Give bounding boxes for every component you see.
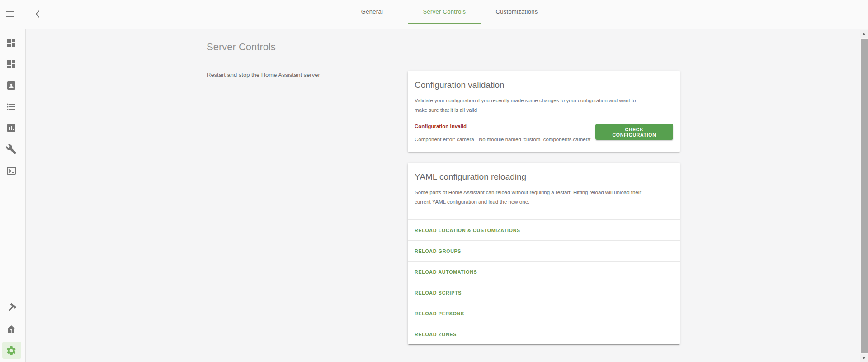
reload-row[interactable]: RELOAD ZONES [408,324,680,344]
arrow-left-icon [33,9,44,19]
hammer-icon [6,303,17,314]
yaml-reloading-card: YAML configuration reloading Some parts … [408,163,680,344]
sidebar-item-builder[interactable] [6,303,17,314]
terminal-icon [6,165,17,176]
reload-automations-button[interactable]: RELOAD AUTOMATIONS [415,269,477,275]
sidebar-item-terminal[interactable] [6,165,17,176]
reload-row[interactable]: RELOAD SCRIPTS [408,282,680,303]
tab-server-controls[interactable]: Server Controls [408,0,481,24]
reload-scripts-button[interactable]: RELOAD SCRIPTS [415,290,462,295]
config-section: Server Controls Restart and stop the Hom… [207,29,680,344]
chart-box-icon [6,123,17,133]
tab-general[interactable]: General [336,0,408,24]
sidebar-nav [0,29,26,362]
card-title: YAML configuration reloading [415,171,673,182]
validation-status-column: Configuration invalid Component error: c… [415,122,595,144]
card-description: Validate your configuration if you recen… [415,96,645,115]
app-header: General Server Controls Customizations [0,0,868,29]
scrollbar[interactable] [860,29,868,362]
reload-row[interactable]: RELOAD PERSONS [408,303,680,324]
page-title: Server Controls [207,41,680,53]
card-description: Some parts of Home Assistant can reload … [415,188,645,207]
reload-row[interactable]: RELOAD AUTOMATIONS [408,261,680,282]
dashboard-icon [6,38,17,48]
sidebar-item-map[interactable] [6,80,17,91]
tab-customizations[interactable]: Customizations [481,0,553,24]
reload-persons-button[interactable]: RELOAD PERSONS [415,311,464,316]
cards-column: Configuration validation Validate your c… [408,71,680,344]
scrollbar-down-arrow[interactable] [860,354,868,362]
back-button[interactable] [33,9,44,19]
dashboard-alt-icon [6,59,17,70]
reload-zones-button[interactable]: RELOAD ZONES [415,332,457,337]
section-intro-text: Restart and stop the Home Assistant serv… [207,71,390,79]
config-invalid-status: Configuration invalid [415,122,595,130]
check-configuration-button[interactable]: CHECK CONFIGURATION [595,124,673,140]
scrollbar-thumb[interactable] [861,39,868,353]
account-box-icon [6,80,17,91]
server-controls-section: Restart and stop the Home Assistant serv… [207,71,680,344]
hamburger-icon [5,9,15,19]
scrollbar-up-arrow[interactable] [860,30,868,38]
home-assistant-icon [6,324,17,335]
header-divider [26,0,26,29]
sidebar-item-history[interactable] [6,123,17,133]
configuration-validation-card: Configuration validation Validate your c… [408,71,680,152]
card-title: Configuration validation [415,80,673,90]
reload-location-customizations-button[interactable]: RELOAD LOCATION & CUSTOMIZATIONS [415,228,520,233]
reload-row[interactable]: RELOAD LOCATION & CUSTOMIZATIONS [408,219,680,240]
section-intro: Restart and stop the Home Assistant serv… [207,71,408,79]
sidebar-item-configuration[interactable] [6,345,17,356]
validation-status-row: Configuration invalid Component error: c… [415,122,673,144]
sidebar-item-dashboard[interactable] [6,38,17,48]
sidebar-item-logbook[interactable] [6,101,17,112]
reload-button-list: RELOAD LOCATION & CUSTOMIZATIONS RELOAD … [408,219,680,344]
config-error-message: Component error: camera - No module name… [415,135,595,144]
reload-groups-button[interactable]: RELOAD GROUPS [415,248,461,254]
wrench-icon [6,144,17,155]
content-area: Server Controls Restart and stop the Hom… [26,29,860,362]
sidebar-item-dev-tools[interactable] [6,144,17,155]
gear-icon [6,345,17,356]
sidebar-item-dashboard-alt[interactable] [6,59,17,70]
list-bulleted-icon [6,101,17,112]
tab-bar: General Server Controls Customizations [336,0,553,29]
sidebar-item-hassio[interactable] [6,324,17,335]
menu-button[interactable] [5,9,15,19]
reload-row[interactable]: RELOAD GROUPS [408,240,680,261]
